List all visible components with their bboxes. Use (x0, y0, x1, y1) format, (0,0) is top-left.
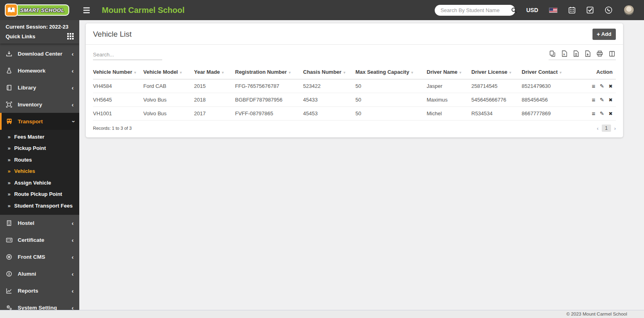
column-header-chasis-number[interactable]: Chasis Number▾ (303, 65, 355, 79)
sort-caret-icon: ▾ (560, 71, 562, 75)
delete-icon[interactable]: ✖ (609, 97, 613, 103)
current-session-label: Current Session: 2022-23 (6, 24, 74, 30)
csv-file-icon[interactable] (573, 50, 579, 57)
flask-icon (6, 68, 12, 74)
subitem-label: Student Transport Fees (14, 203, 72, 209)
table-cell: 545645666776 (471, 93, 522, 107)
details-menu-icon[interactable]: ≡ (592, 83, 595, 89)
vehicle-list-card: Vehicle List + Add x (86, 23, 623, 137)
table-row: VH4584 Ford CAB 2015 FFG-76575676787 523… (93, 79, 616, 93)
subitem-label: Fees Master (14, 134, 44, 140)
double-chevron-icon: » (8, 191, 10, 197)
details-menu-icon[interactable]: ≡ (592, 96, 595, 103)
sidebar-item-library[interactable]: Library ‹ (0, 79, 79, 96)
sidebar-toggle-icon[interactable] (83, 7, 90, 13)
delete-icon[interactable]: ✖ (609, 111, 613, 116)
sidebar-item-hostel[interactable]: Hostel ‹ (0, 215, 79, 232)
task-check-icon[interactable] (586, 6, 594, 14)
details-menu-icon[interactable]: ≡ (592, 110, 595, 117)
column-header-registration-number[interactable]: Registration Number▾ (235, 65, 303, 79)
table-cell: VH1001 (93, 107, 143, 121)
session-block: Current Session: 2022-23 Quick Links (0, 20, 79, 44)
add-button[interactable]: + Add (592, 29, 616, 40)
table-cell: FVFF-08797865 (235, 107, 303, 121)
language-flag-icon[interactable] (549, 8, 557, 13)
excel-export-icon[interactable]: x (561, 50, 567, 57)
double-chevron-icon: » (8, 180, 10, 186)
plus-icon: + (597, 31, 600, 37)
prev-page-icon[interactable]: ‹ (597, 125, 599, 131)
sidebar-item-alumni[interactable]: Alumni ‹ (0, 266, 79, 283)
copy-icon[interactable] (549, 50, 555, 57)
table-cell: 50 (355, 93, 427, 107)
sidebar-subitem-student-transport-fees[interactable]: » Student Transport Fees (0, 200, 79, 212)
calendar-icon[interactable] (568, 6, 576, 14)
sidebar-subitem-assign-vehicle[interactable]: » Assign Vehicle (0, 177, 79, 189)
quick-links-label: Quick Links (6, 33, 35, 39)
sidebar-item-certificate[interactable]: Certificate ‹ (0, 232, 79, 249)
sort-caret-icon: ▾ (460, 71, 462, 75)
edit-icon[interactable]: ✎ (600, 110, 604, 116)
app-window: SMART SCHOOL Mount Carmel School USD (0, 0, 644, 318)
table-cell: 8521479630 (522, 79, 580, 93)
chevron-left-icon: ‹ (72, 237, 74, 243)
user-circle-icon (6, 271, 12, 277)
sidebar-item-download-center[interactable]: Download Center ‹ (0, 45, 79, 62)
export-toolbar: x (549, 50, 616, 60)
table-row: VH1001 Volvo Bus 2017 FVFF-08797865 4545… (93, 107, 616, 121)
whatsapp-icon[interactable] (605, 6, 613, 14)
sidebar-item-system-setting[interactable]: System Setting ‹ (0, 299, 79, 310)
sidebar-item-label: Alumni (18, 271, 36, 277)
page-number-button[interactable]: 1 (602, 125, 611, 132)
main-content: Vehicle List + Add x (79, 20, 644, 310)
pdf-export-icon[interactable] (585, 50, 590, 57)
table-cell: 885456456 (522, 93, 580, 107)
sidebar-item-inventory[interactable]: Inventory ‹ (0, 96, 79, 113)
quick-links-grid-icon[interactable] (67, 33, 74, 39)
footer-copyright: © 2023 Mount Carmel School (0, 310, 644, 318)
table-header-row: Vehicle Number▾ Vehicle Model▾ Year Made… (93, 65, 616, 79)
column-header-vehicle-number[interactable]: Vehicle Number▾ (93, 65, 143, 79)
sidebar-item-homework[interactable]: Homework ‹ (0, 62, 79, 79)
sidebar-subitem-route-pickup-point[interactable]: » Route Pickup Point (0, 189, 79, 200)
column-visibility-icon[interactable] (609, 51, 615, 57)
column-header-driver-name[interactable]: Driver Name▾ (427, 65, 471, 79)
sidebar-subitem-vehicles[interactable]: » Vehicles (0, 166, 79, 177)
sidebar-subitem-pickup-point[interactable]: » Pickup Point (0, 143, 79, 154)
chevron-left-icon: ‹ (72, 287, 74, 294)
column-header-vehicle-model[interactable]: Vehicle Model▾ (143, 65, 194, 79)
edit-icon[interactable]: ✎ (600, 83, 604, 89)
sidebar-subitem-routes[interactable]: » Routes (0, 154, 79, 166)
search-icon[interactable] (511, 7, 517, 13)
sort-caret-icon: ▾ (510, 71, 512, 75)
currency-selector[interactable]: USD (526, 7, 538, 13)
user-avatar[interactable] (623, 5, 634, 16)
student-search-input[interactable] (440, 7, 511, 13)
column-header-driver-contact[interactable]: Driver Contact▾ (522, 65, 580, 79)
column-header-year-made[interactable]: Year Made▾ (194, 65, 235, 79)
print-icon[interactable] (597, 50, 603, 57)
chart-line-icon (6, 288, 12, 294)
book-logo-icon (5, 4, 18, 17)
table-cell: 2015 (194, 79, 235, 93)
chevron-left-icon: ‹ (72, 304, 74, 310)
sidebar-item-front-cms[interactable]: Front CMS ‹ (0, 249, 79, 266)
delete-icon[interactable]: ✖ (609, 83, 613, 89)
edit-icon[interactable]: ✎ (600, 97, 604, 103)
table-search-input[interactable] (93, 50, 162, 60)
table-cell: 50 (355, 107, 427, 121)
table-cell: 45433 (303, 93, 355, 107)
sidebar-item-reports[interactable]: Reports ‹ (0, 283, 79, 299)
sidebar-subitem-fees-master[interactable]: » Fees Master (0, 131, 79, 143)
table-row: VH5645 Volvo Bus 2018 BGBFDF787987956 45… (93, 93, 616, 107)
sidebar-item-transport[interactable]: Transport ‹ (0, 113, 79, 130)
column-header-driver-license[interactable]: Driver License▾ (471, 65, 522, 79)
table-cell: VH4584 (93, 79, 143, 93)
column-header-action: Action (580, 65, 616, 79)
next-page-icon[interactable]: › (614, 125, 616, 131)
table-cell: Volvo Bus (143, 93, 194, 107)
sort-caret-icon: ▾ (180, 71, 182, 75)
column-header-max-seating-capacity[interactable]: Max Seating Capacity▾ (355, 65, 427, 79)
app-logo[interactable]: SMART SCHOOL (0, 0, 79, 20)
table-cell: Ford CAB (143, 79, 194, 93)
